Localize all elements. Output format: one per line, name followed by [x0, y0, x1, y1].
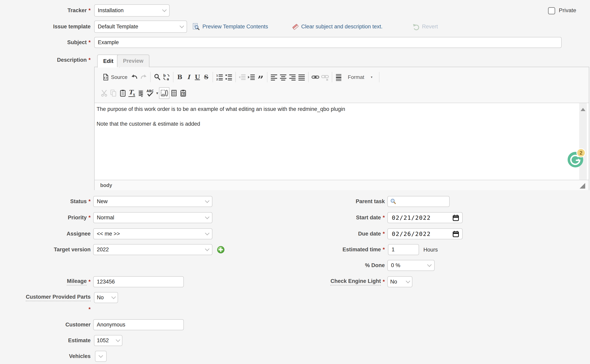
- customer-provided-parts-label: Customer Provided Parts: [26, 294, 91, 301]
- indent-icon[interactable]: [247, 71, 256, 83]
- chevron-down-icon: [205, 214, 210, 219]
- start-date-label-wrap: Start date*: [220, 212, 385, 223]
- chevron-down-icon: [205, 198, 210, 203]
- resize-handle-icon[interactable]: [580, 183, 585, 188]
- editor-scrollbar[interactable]: [579, 103, 587, 180]
- grammarly-icon[interactable]: 2: [568, 152, 583, 167]
- mileage-input[interactable]: [93, 276, 184, 287]
- tracker-select[interactable]: Installation: [94, 4, 170, 17]
- tab-edit[interactable]: Edit: [97, 55, 119, 67]
- underline-icon[interactable]: U: [193, 71, 202, 83]
- assignee-value: << me >>: [97, 231, 120, 237]
- calendar-icon[interactable]: [452, 214, 459, 221]
- subject-input[interactable]: [94, 37, 562, 48]
- line-style-icon[interactable]: [334, 71, 343, 83]
- customer-label: Customer: [65, 322, 91, 328]
- estimated-time-input[interactable]: [388, 244, 419, 255]
- toolbar-separator: [332, 72, 332, 82]
- show-blocks-icon[interactable]: [159, 87, 169, 99]
- revert-icon: [412, 23, 420, 31]
- private-label: Private: [559, 7, 576, 13]
- element-path-body[interactable]: body: [100, 182, 112, 188]
- redo-icon: [139, 71, 148, 83]
- issue-template-select[interactable]: Default Template: [94, 20, 187, 33]
- italic-icon[interactable]: I: [184, 71, 193, 83]
- assignee-label-wrap: Assignee: [0, 228, 91, 239]
- table-icon[interactable]: [169, 87, 179, 99]
- align-right-icon[interactable]: [288, 71, 297, 83]
- toolbar-separator: [150, 72, 151, 82]
- status-label-wrap: Status*: [0, 196, 91, 207]
- paste-template-icon[interactable]: T: [179, 87, 188, 99]
- tab-preview[interactable]: Preview: [117, 55, 149, 67]
- spellcheck-icon[interactable]: ABC: [145, 87, 159, 99]
- select-all-icon[interactable]: [136, 87, 145, 99]
- strikethrough-icon[interactable]: S: [202, 71, 211, 83]
- svg-text:ABC: ABC: [147, 89, 154, 93]
- copy-icon: [109, 87, 118, 99]
- status-select[interactable]: New: [93, 196, 212, 207]
- calendar-icon[interactable]: [452, 230, 459, 238]
- issue-edit-form: { "colors": { "background": "#f5f5f5", "…: [0, 0, 590, 364]
- required-marker: *: [382, 214, 385, 221]
- vehicles-select[interactable]: [95, 351, 107, 362]
- justify-icon[interactable]: [297, 71, 306, 83]
- vehicles-label-wrap: Vehicles: [0, 351, 91, 362]
- required-marker: *: [382, 279, 385, 285]
- parent-task-field[interactable]: [387, 196, 449, 207]
- estimate-select[interactable]: 1052: [94, 335, 122, 346]
- percent-done-select[interactable]: 0 %: [387, 260, 435, 271]
- issue-template-value: Default Template: [98, 24, 138, 30]
- parent-task-input[interactable]: [397, 198, 447, 205]
- replace-icon[interactable]: ba: [162, 71, 171, 83]
- target-version-select[interactable]: 2022: [93, 244, 212, 255]
- check-engine-light-select[interactable]: No: [387, 276, 412, 287]
- align-left-icon[interactable]: [269, 71, 279, 83]
- cut-icon: [100, 87, 109, 99]
- required-marker: *: [88, 306, 91, 312]
- bold-icon[interactable]: B: [175, 71, 184, 83]
- toolbar-separator: [213, 72, 213, 82]
- status-value: New: [97, 198, 107, 205]
- blockquote-icon[interactable]: ”: [256, 71, 265, 83]
- required-marker: *: [88, 39, 91, 46]
- due-date-label: Due date: [358, 231, 381, 237]
- chevron-down-icon: [99, 353, 103, 358]
- link-icon[interactable]: [311, 71, 320, 83]
- chevron-down-icon: [406, 279, 410, 283]
- priority-select[interactable]: Normal: [93, 212, 212, 223]
- numbered-list-icon[interactable]: 12: [215, 71, 224, 83]
- priority-value: Normal: [97, 214, 114, 221]
- align-center-icon[interactable]: [279, 71, 288, 83]
- source-label: Source: [111, 74, 127, 80]
- clear-subject-text: Clear subject and description text.: [301, 24, 382, 30]
- assignee-select[interactable]: << me >>: [93, 228, 212, 239]
- chevron-down-icon: [205, 231, 210, 235]
- estimate-label: Estimate: [68, 338, 91, 344]
- toolbar-separator: [308, 72, 308, 82]
- find-icon[interactable]: [153, 71, 162, 83]
- customer-input[interactable]: [93, 319, 184, 330]
- editor-content[interactable]: The purpose of this work order is to be …: [95, 103, 589, 180]
- customer-provided-parts-select[interactable]: No: [94, 292, 118, 303]
- due-date-value: 02/26/2022: [392, 231, 431, 237]
- paste-icon[interactable]: [118, 87, 127, 99]
- undo-icon[interactable]: [130, 71, 139, 83]
- private-checkbox[interactable]: [548, 7, 555, 14]
- toolbar-row-2: Tx ABC T: [100, 85, 589, 101]
- preview-template-link[interactable]: Preview Template Contents: [192, 20, 268, 33]
- format-dropdown[interactable]: Format: [347, 71, 374, 83]
- start-date-input[interactable]: 02/21/2022: [387, 212, 463, 223]
- subject-label: Subject: [67, 39, 87, 46]
- required-marker: *: [88, 57, 91, 63]
- due-date-input[interactable]: 02/26/2022: [387, 228, 463, 239]
- scroll-up-icon[interactable]: [581, 108, 585, 111]
- assignee-label: Assignee: [67, 231, 91, 237]
- bullet-list-icon[interactable]: [224, 71, 233, 83]
- source-button[interactable]: Source: [100, 71, 130, 83]
- clear-subject-link[interactable]: Clear subject and description text.: [292, 20, 382, 33]
- issue-template-label-wrap: Issue template: [0, 20, 91, 33]
- customer-provided-parts-required-wrap: *: [0, 305, 91, 313]
- required-marker: *: [88, 198, 91, 205]
- remove-format-icon[interactable]: Tx: [127, 87, 136, 99]
